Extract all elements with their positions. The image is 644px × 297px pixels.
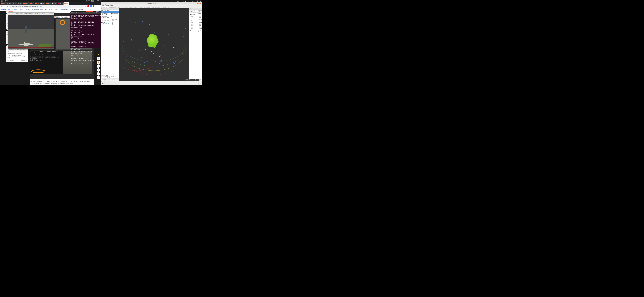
extensions-puzzle-icon[interactable]: ⊞ (95, 5, 97, 7)
address-bar[interactable]: ⚙ blog.csdn.net/qq_40216084/article/deta… (9, 5, 84, 8)
latest-article-link[interactable]: Shell脚本定时器压缩文件 (8, 53, 27, 55)
bookmark-item[interactable]: 工具 (8, 8, 13, 11)
menu-item[interactable]: Panels (105, 5, 109, 6)
browser-tab[interactable]: Doc× (52, 2, 57, 5)
browser-tab[interactable]: 相机× (22, 2, 29, 5)
tool-button[interactable]: Focus Camera (122, 6, 133, 8)
bookmark-item[interactable]: 研二 (20, 8, 25, 11)
tab-close-icon[interactable]: × (5, 3, 6, 4)
tab-close-icon[interactable]: × (56, 3, 56, 4)
ime-simp-label[interactable]: 简 (194, 79, 196, 81)
tool-button[interactable]: Move Camera (108, 6, 117, 8)
bookmark-item[interactable]: 崩铁WIKI (69, 8, 78, 11)
tab-close-icon[interactable]: × (68, 3, 68, 4)
term-min-icon[interactable] (72, 12, 73, 14)
reload-button[interactable]: ⟳ (6, 5, 8, 7)
latest-article-link[interactable]: rosbag点云数据保存为bin,ply,pcd文件 (8, 55, 27, 59)
views-close-icon[interactable]: × (201, 8, 202, 10)
activities-button[interactable]: 活动 (1, 0, 3, 2)
app-menu[interactable]: ▦ rviz ▾ (5, 0, 10, 2)
window-close-icon[interactable] (200, 3, 201, 4)
terminal-output[interactable]: /home/autoware/Autoware/install/autoware… (70, 14, 101, 65)
window-minimize-icon[interactable] (197, 3, 198, 4)
browser-tab[interactable]: Aut× (64, 2, 69, 5)
minimize-icon[interactable] (49, 13, 50, 14)
views-rename-button[interactable]: Rename (200, 79, 202, 81)
tab-close-icon[interactable]: × (21, 3, 22, 4)
bookmark-item[interactable]: 论文 (26, 8, 31, 11)
punct-icon[interactable]: 。 (192, 79, 194, 81)
bookmark-item[interactable]: 崩铁 (78, 8, 84, 11)
chrome-tray-icon[interactable]: ◉ (182, 0, 184, 2)
duplicate-button[interactable]: Duplicate (105, 79, 111, 81)
term-max-icon[interactable] (74, 12, 74, 14)
keyboard-icon[interactable]: ⌨ (186, 79, 188, 81)
rviz-3d-viewport[interactable] (119, 8, 189, 81)
forward-button[interactable]: → (4, 5, 6, 7)
browser-tab[interactable]: 无J× (0, 2, 6, 5)
terminal-titlebar[interactable]: /home/autoware/Autoware/install/auto... (70, 12, 101, 14)
latest-article-link[interactable]: 多雷达标定（有/无共视区域均可） (8, 49, 27, 53)
displays-header[interactable]: Displays× (101, 8, 119, 10)
tab-close-icon[interactable]: × (44, 3, 44, 4)
collapse-icon[interactable]: ⤢ (97, 72, 100, 76)
more-icon[interactable]: ⋯ (180, 0, 181, 2)
extension-icon-3[interactable] (92, 6, 94, 7)
add-button[interactable]: Add (101, 79, 104, 81)
network-icon[interactable]: ⌵ (192, 0, 193, 2)
views-type-select[interactable]: Orbit (rviz) (192, 10, 198, 13)
tool-button[interactable]: Select (118, 6, 122, 8)
ime-settings-icon[interactable]: ⚙ (197, 79, 198, 81)
language-indicator[interactable]: en (188, 1, 189, 2)
browser-tab[interactable]: leg× (29, 2, 34, 5)
extension-icon-1[interactable] (88, 6, 89, 7)
window-maximize-icon[interactable] (198, 3, 200, 4)
ime-toolbar[interactable]: ⌨ 英 ☾ 。 简 ⚙ (185, 79, 198, 81)
term-close-icon[interactable] (71, 12, 72, 14)
volume-icon[interactable]: 🔊 (197, 0, 198, 2)
views-header[interactable]: Views× (189, 8, 202, 10)
scroll-top-icon[interactable]: ⌃ (97, 76, 100, 79)
bookmark-item[interactable]: 论文编写 (32, 8, 40, 11)
files-tray-icon[interactable]: ▣ (185, 0, 186, 2)
site-info-icon[interactable]: ⚙ (10, 6, 11, 7)
tab-close-icon[interactable]: × (16, 3, 16, 4)
tool-button[interactable]: Measure (133, 6, 139, 8)
browser-tab[interactable]: 【× (34, 2, 40, 5)
tab-close-icon[interactable]: × (10, 3, 11, 4)
image-view2-image[interactable] (8, 15, 54, 49)
back-button[interactable]: ← (1, 5, 3, 7)
bookmark-item[interactable]: 兰州大学个人... (48, 8, 60, 11)
tab-close-icon[interactable]: × (33, 3, 34, 4)
bookmark-item[interactable]: 研一 (14, 8, 19, 11)
time-header[interactable]: Time× (101, 81, 202, 83)
bookmark-star-icon[interactable]: ☆ (84, 5, 87, 7)
browser-tab[interactable]: doc× (58, 2, 63, 5)
extension-icon-2[interactable] (90, 6, 92, 7)
rviz-titlebar[interactable]: default.rviz* - RViz (101, 2, 202, 4)
image-view2-titlebar[interactable]: image_view2 [/image_rectified]（于 3a93418… (8, 13, 54, 15)
tab-close-icon[interactable]: × (38, 3, 39, 4)
browser-tab[interactable]: doc× (40, 2, 46, 5)
time-close-icon[interactable]: × (201, 81, 201, 83)
menu-item[interactable]: Help (110, 5, 113, 6)
close-icon[interactable] (52, 13, 54, 14)
tool-button[interactable]: 2D Pose Estimate (139, 6, 151, 8)
menu-item[interactable]: File (102, 5, 104, 6)
panel-close-icon[interactable]: × (118, 8, 118, 10)
reset-button[interactable]: Reset (102, 83, 106, 85)
power-icon[interactable]: ⏻ (200, 0, 201, 2)
bluetooth-icon[interactable]: ⚲ (194, 0, 196, 2)
chrome-menu-icon[interactable]: ⋮ (98, 5, 100, 7)
bookmark-item[interactable]: Anime (1, 8, 7, 10)
tab-close-icon[interactable]: × (50, 3, 50, 4)
bookmark-item[interactable]: 博士申请 (40, 8, 48, 11)
clock[interactable]: 4月24日 星期三 15 : 38 : 05 (10, 0, 177, 2)
bookmark-item[interactable]: 原神WIKI (61, 8, 69, 11)
displays-tree[interactable]: ▾ ⚙Global Opti... Fixed Framerslidar Bac… (101, 10, 119, 74)
tool-button[interactable]: Interact (101, 6, 108, 8)
headset-icon[interactable]: 🎧 (97, 68, 100, 72)
calendar-icon[interactable]: ▤ (177, 0, 179, 2)
views-tree[interactable]: ▾Curren...Orbit (rviz) Nea...0.01 Inve..… (189, 13, 202, 79)
views-zero-button[interactable]: Zero (198, 11, 202, 12)
